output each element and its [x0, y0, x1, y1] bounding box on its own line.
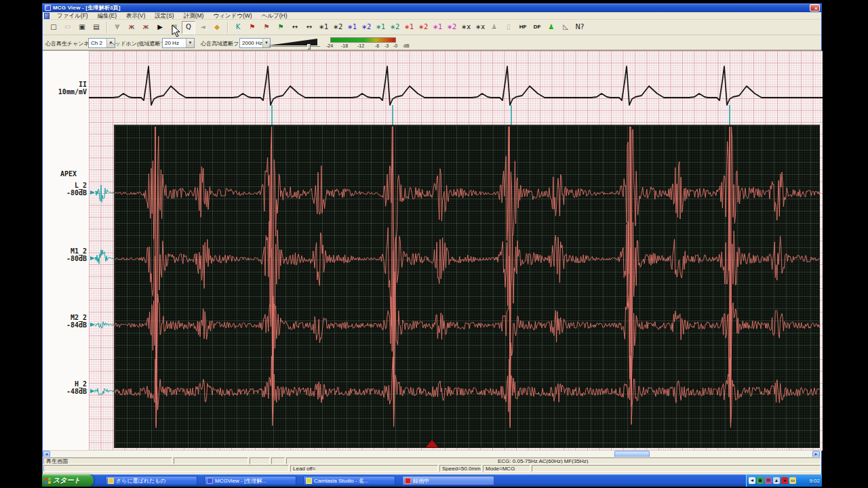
status-cell — [271, 458, 285, 464]
zoom-tool-button[interactable]: Q — [182, 21, 195, 34]
compress-horizontal-button[interactable]: ↔ — [302, 21, 316, 34]
taskbar-task[interactable]: さらに選ばれたもの — [105, 476, 197, 485]
updates-icon[interactable]: ▣ — [757, 477, 764, 484]
print-icon: ▤ — [93, 24, 99, 30]
df-filter-button[interactable]: DF — [530, 21, 544, 34]
save-button[interactable]: ▣ — [75, 21, 89, 34]
channel-set-1-red-icon: ∗1 — [404, 24, 414, 30]
channel-set-2-blue-icon: ∗2 — [361, 24, 372, 30]
play-icon: ▶ — [157, 24, 163, 30]
notes-icon[interactable]: ▭ — [789, 477, 796, 484]
hf-filter-button[interactable]: HF — [516, 21, 530, 34]
start-button[interactable]: スタート — [42, 474, 94, 487]
expand-horizontal-button[interactable]: ↔ — [288, 21, 302, 34]
context-help-button[interactable]: N? — [573, 21, 587, 34]
camtasia-icon — [306, 478, 312, 484]
channel-marker-arrow-icon — [90, 190, 95, 195]
channel-set-1-blue-button[interactable]: ∗1 — [345, 21, 359, 34]
channel-label: H_2 — [75, 380, 87, 388]
channel-gain: -80dB — [66, 255, 87, 262]
channel-set-2-black-button[interactable]: ∗2 — [331, 21, 344, 34]
channel-set-2-blue-button[interactable]: ∗2 — [359, 21, 373, 34]
channel-gain: -84dB — [66, 321, 87, 329]
status-cell — [532, 465, 821, 472]
beat-marker-button[interactable]: ◆ — [210, 21, 224, 34]
next-event-button[interactable]: ж — [139, 21, 153, 34]
taskbar-task[interactable]: Camtasia Studio - 名... — [303, 476, 395, 485]
channel-clear-1-button[interactable]: ∗x — [459, 21, 473, 34]
menu-view[interactable]: 表示(V) — [121, 12, 150, 20]
menu-edit[interactable]: 編集(E) — [93, 12, 121, 20]
channel-clear-2-button[interactable]: ∗x — [473, 21, 487, 34]
menu-file[interactable]: ファイル(F) — [52, 12, 93, 20]
desktop: MCG View - [生理解析3頁] × ファイル(F) 編集(E) 表示(V… — [0, 0, 868, 488]
channel-set-1-red-button[interactable]: ∗1 — [402, 21, 416, 34]
menu-help[interactable]: ヘルプ(H) — [257, 12, 292, 20]
menu-measure[interactable]: 計測(M) — [179, 12, 209, 20]
auto-scroll-button[interactable]: K — [231, 21, 245, 34]
channel-set-2-red-button[interactable]: ∗2 — [416, 21, 430, 34]
highcut-filter-select[interactable]: 2000 Hz ▼ — [239, 38, 271, 48]
lowcut-filter-select[interactable]: 20 Hz ▼ — [162, 38, 195, 48]
status-cell — [174, 458, 248, 464]
menu-window[interactable]: ウィンドウ(W) — [208, 12, 256, 20]
channel-label-column: II 10mm/mV APEX L_2 -80dB M1_2 -80dB M2_… — [43, 51, 89, 450]
meter-tick: -12 — [357, 43, 364, 48]
channel-set-1-teal-button[interactable]: ∗1 — [374, 21, 387, 34]
toolbar-separator — [227, 22, 229, 33]
tool-disabled-2-icon: ▯ — [507, 24, 511, 30]
compress-horizontal-icon: ↔ — [307, 24, 312, 30]
print-button[interactable]: ▤ — [90, 21, 103, 34]
channel-set-2-black-icon: ∗2 — [333, 24, 343, 30]
channel-set-2-magenta-button[interactable]: ∗2 — [445, 21, 458, 34]
flag-red-button[interactable]: ⚑ — [245, 21, 259, 34]
channel-set-2-teal-button[interactable]: ∗2 — [388, 21, 401, 34]
input-device-icon[interactable]: ▲ — [773, 477, 780, 484]
channel-set-1-black-button[interactable]: ∗1 — [317, 21, 330, 34]
lead-in-trace — [95, 185, 114, 202]
meter-tick: -6 — [375, 43, 379, 48]
volume-slider-track[interactable] — [269, 46, 320, 47]
channel-set-1-magenta-button[interactable]: ∗1 — [431, 21, 444, 34]
play-button[interactable]: ▶ — [153, 21, 167, 34]
patient-icon: ♟ — [549, 24, 555, 30]
measure-ruler-button[interactable]: ◺ — [559, 21, 572, 34]
flag-red-green-button[interactable]: ⚑ — [260, 21, 273, 34]
window-title: MCG View - [生理解析3頁] — [53, 4, 810, 12]
channel-set-1-teal-icon: ∗1 — [376, 24, 386, 30]
tool-disabled-1-icon: ♟ — [492, 24, 498, 30]
volume-icon[interactable]: ◄ — [749, 477, 755, 484]
channel-clear-1-icon: ∗x — [461, 24, 471, 30]
phono-waveform — [115, 356, 820, 428]
prev-event-button[interactable]: ж — [125, 21, 138, 34]
start-label: スタート — [53, 476, 81, 485]
patient-button[interactable]: ♟ — [545, 21, 558, 34]
menu-settings[interactable]: 設定(S) — [150, 12, 178, 20]
ecg-lead-label: II — [79, 81, 87, 88]
display-icon[interactable]: ▤ — [765, 477, 772, 484]
channel-set-1-blue-icon: ∗1 — [347, 24, 357, 30]
system-tray: ◄▣▤▲●▭9:02 — [746, 474, 822, 487]
level-meter — [330, 37, 396, 43]
taskbar-task[interactable]: 録画中 — [402, 476, 494, 485]
flag-green-button[interactable]: ⚑ — [274, 21, 288, 34]
channel-label: M2_2 — [71, 314, 87, 321]
volume-slider-thumb[interactable] — [307, 44, 311, 49]
channel-gain: -80dB — [66, 189, 87, 197]
new-file-button[interactable]: □ — [47, 21, 60, 34]
channel-marker-arrow-icon — [90, 323, 95, 327]
close-button[interactable]: × — [810, 4, 820, 12]
settings-bar: 心音再生チャンネル: Ch 2 ▼ ヘッドホン(低域遮断フィルタ): 20 Hz… — [43, 35, 821, 50]
taskbar-tasks: さらに選ばれたものMCGView - [生理解...Camtasia Studi… — [105, 474, 494, 487]
next-event-icon: ж — [142, 24, 149, 30]
meter-tick-unit: dB — [403, 43, 410, 48]
recording-tray-icon[interactable]: ● — [781, 477, 788, 484]
taskbar-task[interactable]: MCGView - [生理解... — [204, 476, 296, 485]
horizontal-scrollbar[interactable]: ◄ ► — [43, 450, 821, 457]
df-filter-icon: DF — [534, 24, 541, 30]
expand-horizontal-icon: ↔ — [292, 24, 298, 30]
mcgview-window: MCG View - [生理解析3頁] × ファイル(F) 編集(E) 表示(V… — [42, 3, 822, 474]
phono-waveform — [115, 247, 820, 403]
mouse-cursor-icon — [172, 24, 180, 37]
channel-set-2-magenta-icon: ∗2 — [447, 24, 457, 30]
